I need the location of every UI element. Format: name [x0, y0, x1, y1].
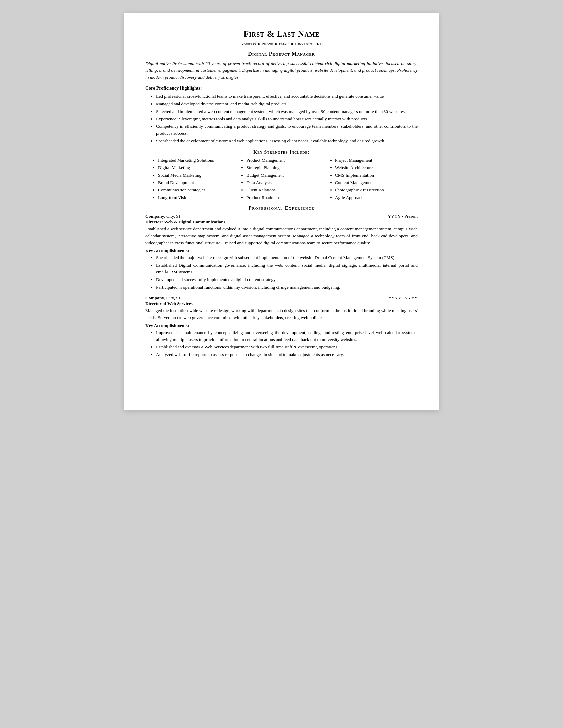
job-dates-1: YYYY - Present — [388, 214, 418, 219]
list-item: Content Management — [335, 179, 414, 186]
list-item: Budget Management — [246, 172, 326, 179]
list-item: Communication Strategies — [158, 186, 237, 194]
job-company-2: Company, City, ST — [145, 296, 181, 301]
job-header-2: Company, City, ST YYYY - YYYY — [145, 296, 418, 301]
list-item: Led professional cross-functional teams … — [156, 93, 418, 100]
job-block-1: Company, City, ST YYYY - Present Directo… — [145, 214, 418, 291]
strengths-col-3: Project Management Website Architecture … — [326, 157, 414, 201]
list-item: Established Digital Communication govern… — [156, 262, 418, 276]
strengths-rule-top — [145, 148, 418, 148]
list-item: Photographic Art Direction — [335, 186, 414, 194]
list-item: Agile Approach — [335, 194, 414, 201]
list-item: Spearheaded the major website redesign w… — [156, 254, 418, 261]
list-item: Spearheaded the development of customize… — [156, 138, 418, 145]
header-contact: Address ● Phone ● Email ● LinkedIn URL — [145, 41, 418, 47]
summary-text: Digital-native Professional with 20 year… — [145, 61, 418, 80]
job-title-2: Director of Web Services — [145, 301, 418, 306]
job-bullets-2: Improved site maintenance by conceptuali… — [145, 329, 418, 358]
title-text: Digital Product Manager — [248, 51, 315, 57]
key-acc-label-1: Key Accomplishments: — [145, 248, 418, 253]
list-item: Experience in leveraging metrics tools a… — [156, 116, 418, 123]
list-item: Website Architecture — [335, 164, 414, 171]
summary-paragraph: Digital-native Professional with 20 year… — [145, 60, 418, 81]
list-item: Selected and implemented a web content m… — [156, 108, 418, 115]
key-acc-label-2: Key Accomplishments: — [145, 323, 418, 328]
list-item: Long-term Vision — [158, 194, 237, 201]
professional-experience-section: Professional Experience Company, City, S… — [145, 204, 418, 358]
job-title-header: Digital Product Manager — [145, 51, 418, 57]
list-item: Improved site maintenance by conceptuali… — [156, 329, 418, 343]
job-company-1: Company, City, ST — [145, 214, 181, 219]
job-block-2: Company, City, ST YYYY - YYYY Director o… — [145, 296, 418, 358]
list-item: Product Roadmap — [246, 194, 326, 201]
job-desc-2: Managed the institution-wide website red… — [145, 307, 418, 321]
job-header-1: Company, City, ST YYYY - Present — [145, 214, 418, 219]
core-label-text: Core Proficiency Highlights: — [145, 86, 202, 91]
contact-text: Address ● Phone ● Email ● LinkedIn URL — [240, 41, 323, 46]
header-rule-top — [145, 40, 418, 40]
list-item: Product Management — [246, 157, 326, 164]
list-item: Integrated Marketing Solutions — [158, 157, 237, 164]
header-rule-bottom — [145, 48, 418, 48]
job-bullets-1: Spearheaded the major website redesign w… — [145, 254, 418, 291]
prof-exp-label: Professional Experience — [145, 205, 418, 211]
list-item: Data Analysis — [246, 179, 326, 186]
core-bullets-list: Led professional cross-functional teams … — [145, 93, 418, 145]
list-item: Analyzed web traffic reports to assess r… — [156, 351, 418, 358]
list-item: Brand Development — [158, 179, 237, 186]
strengths-grid: Integrated Marketing Solutions Digital M… — [145, 157, 418, 201]
core-section-label: Core Proficiency Highlights: — [145, 86, 418, 91]
prof-exp-label-text: Professional Experience — [249, 205, 315, 211]
list-item: Managed and developed diverse content- a… — [156, 101, 418, 108]
list-item: Developed and successfully implemented a… — [156, 276, 418, 283]
list-item: Digital Marketing — [158, 164, 237, 171]
list-item: CMS Implementation — [335, 172, 414, 179]
strengths-col-2: Product Management Strategic Planning Bu… — [237, 157, 326, 201]
list-item: Strategic Planning — [246, 164, 326, 171]
prof-exp-rule — [145, 204, 418, 204]
key-strengths-label: Key Strengths Include: — [145, 150, 418, 155]
list-item: Client Relations — [246, 186, 326, 194]
job-dates-2: YYYY - YYYY — [389, 296, 418, 301]
strengths-label-text: Key Strengths Include: — [253, 150, 309, 155]
job-title-1: Director: Web & Digital Communications — [145, 219, 418, 225]
list-item: Participated in operational functions wi… — [156, 284, 418, 291]
name-text: First & Last Name — [243, 29, 319, 39]
list-item: Competency in efficiently communicating … — [156, 123, 418, 137]
header-name: First & Last Name — [145, 29, 418, 39]
list-item: Project Management — [335, 157, 414, 164]
resume-page: First & Last Name Address ● Phone ● Emai… — [124, 13, 439, 410]
strengths-col-1: Integrated Marketing Solutions Digital M… — [149, 157, 237, 201]
job-desc-1: Established a web service department and… — [145, 226, 418, 247]
list-item: Social Media Marketing — [158, 172, 237, 179]
list-item: Established and oversaw a Web Services d… — [156, 344, 418, 351]
